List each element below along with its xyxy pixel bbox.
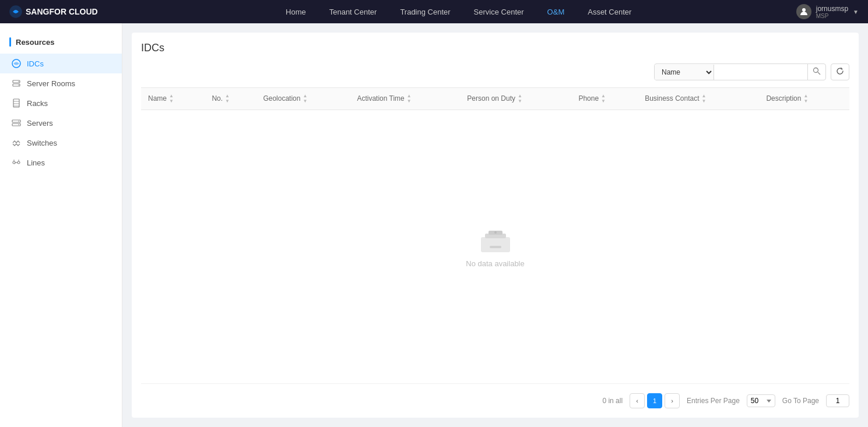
toolbar: NameNo.Geolocation — [141, 63, 849, 80]
racks-icon — [12, 98, 21, 108]
data-table: Name▲▼No.▲▼Geolocation▲▼Activation Time▲… — [141, 87, 849, 110]
col-geolocation[interactable]: Geolocation▲▼ — [256, 88, 350, 110]
entries-per-page-label: Entries Per Page — [687, 397, 740, 405]
lines-icon — [12, 158, 21, 167]
col-name[interactable]: Name▲▼ — [141, 88, 205, 110]
search-filter: NameNo.Geolocation — [654, 63, 826, 80]
prev-page-button[interactable]: ‹ — [630, 393, 645, 408]
page-card: IDCs NameNo.Geolocation — [132, 33, 859, 418]
search-input[interactable] — [714, 65, 807, 79]
nav-menu: Home Tenant Center Trading Center Servic… — [121, 0, 796, 23]
total-count: 0 in all — [602, 397, 623, 405]
app-name: SANGFOR CLOUD — [26, 7, 98, 16]
next-page-button[interactable]: › — [665, 393, 680, 408]
user-text: jornusmsp MSP — [816, 5, 848, 19]
nav-item-trading-center[interactable]: Trading Center — [388, 0, 462, 23]
sidebar-item-racks-label: Racks — [27, 99, 48, 108]
nav-item-om[interactable]: O&M — [536, 0, 577, 23]
col-person-on-duty[interactable]: Person on Duty▲▼ — [460, 88, 571, 110]
table-header: Name▲▼No.▲▼Geolocation▲▼Activation Time▲… — [141, 88, 849, 110]
svg-line-21 — [818, 72, 820, 75]
svg-point-13 — [18, 121, 19, 122]
svg-rect-12 — [12, 123, 20, 126]
refresh-icon — [836, 67, 844, 75]
svg-point-15 — [13, 161, 15, 164]
svg-rect-11 — [12, 120, 20, 122]
blue-bar-icon — [9, 37, 11, 47]
search-icon — [813, 67, 821, 75]
user-icon — [799, 7, 809, 16]
sidebar-item-idcs-label: IDCs — [27, 59, 44, 68]
top-navigation: SANGFOR CLOUD Home Tenant Center Trading… — [0, 0, 868, 23]
col-description[interactable]: Description▲▼ — [759, 88, 849, 110]
user-name: jornusmsp — [816, 5, 848, 13]
sidebar-item-servers[interactable]: Servers — [0, 113, 122, 133]
servers-icon — [12, 118, 21, 128]
sidebar-item-racks[interactable]: Racks — [0, 93, 122, 113]
filter-select[interactable]: NameNo.Geolocation — [655, 65, 714, 80]
svg-point-5 — [18, 81, 19, 82]
nav-item-home[interactable]: Home — [274, 0, 318, 23]
entries-per-page-select[interactable]: 102050100 — [747, 394, 775, 407]
logo-icon — [9, 5, 22, 18]
sidebar-item-server-rooms[interactable]: Server Rooms — [0, 73, 122, 93]
go-to-page-label: Go To Page — [782, 397, 819, 405]
svg-rect-22 — [481, 237, 510, 252]
search-button[interactable] — [807, 64, 825, 80]
nav-item-asset-center[interactable]: Asset Center — [576, 0, 643, 23]
content-wrapper: Resources IDCs Server Rooms — [0, 23, 868, 427]
svg-rect-25 — [490, 246, 501, 248]
col-business-contact[interactable]: Business Contact▲▼ — [638, 88, 759, 110]
page-title: IDCs — [141, 42, 849, 54]
sidebar-item-lines[interactable]: Lines — [0, 153, 122, 172]
sidebar-section-title: Resources — [0, 33, 122, 54]
svg-point-26 — [494, 231, 497, 234]
sidebar-item-lines-label: Lines — [27, 158, 45, 167]
app-logo[interactable]: SANGFOR CLOUD — [9, 5, 98, 18]
nav-item-service-center[interactable]: Service Center — [462, 0, 536, 23]
sidebar-item-idcs[interactable]: IDCs — [0, 54, 122, 73]
empty-text: No data available — [466, 259, 524, 268]
sidebar-item-servers-label: Servers — [27, 119, 53, 128]
avatar — [796, 4, 811, 19]
go-to-page-input[interactable] — [826, 394, 849, 407]
refresh-button[interactable] — [831, 63, 849, 80]
sidebar-item-switches-label: Switches — [27, 139, 57, 147]
switches-icon — [12, 138, 21, 147]
sidebar-item-switches[interactable]: Switches — [0, 133, 122, 153]
col-activation-time[interactable]: Activation Time▲▼ — [350, 88, 460, 110]
svg-point-16 — [17, 161, 20, 164]
server-rooms-icon — [12, 79, 21, 88]
user-role: MSP — [816, 13, 848, 19]
svg-point-14 — [18, 124, 19, 125]
svg-point-6 — [18, 84, 19, 86]
sidebar-item-server-rooms-label: Server Rooms — [27, 79, 75, 88]
empty-state: No data available — [141, 110, 849, 383]
page-navigation: ‹ 1 › — [630, 393, 680, 408]
page-1-button[interactable]: 1 — [647, 393, 662, 408]
chevron-down-icon: ▼ — [853, 9, 859, 15]
nav-item-tenant-center[interactable]: Tenant Center — [318, 0, 389, 23]
user-menu[interactable]: jornusmsp MSP ▼ — [796, 4, 859, 19]
col-no[interactable]: No.▲▼ — [205, 88, 256, 110]
pagination-bar: 0 in all ‹ 1 › Entries Per Page 10205010… — [141, 383, 849, 408]
col-phone[interactable]: Phone▲▼ — [571, 88, 638, 110]
main-content: IDCs NameNo.Geolocation — [122, 23, 868, 427]
sidebar: Resources IDCs Server Rooms — [0, 23, 122, 427]
empty-state-icon — [478, 225, 513, 253]
svg-point-1 — [802, 8, 806, 12]
resources-label: Resources — [16, 38, 54, 47]
svg-point-20 — [814, 68, 818, 73]
idcs-icon — [12, 59, 21, 68]
